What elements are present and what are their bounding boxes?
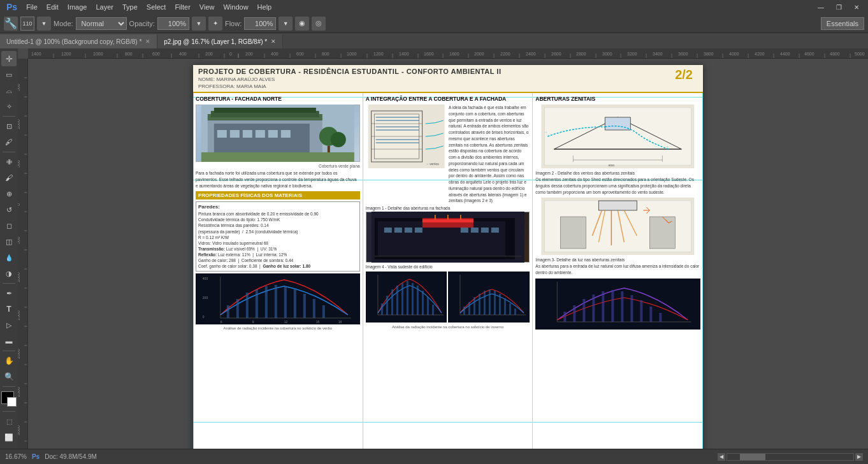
col2-chart-right bbox=[448, 272, 530, 323]
svg-rect-180 bbox=[468, 302, 470, 315]
doc-main-title: PROJETO DE COBERTURA - RESIDÊNCIA ESTUDA… bbox=[198, 68, 670, 75]
svg-rect-108 bbox=[281, 130, 291, 138]
scroll-bar[interactable] bbox=[727, 453, 854, 461]
svg-text:3800: 3800 bbox=[704, 52, 714, 56]
svg-text:6: 6 bbox=[221, 320, 222, 324]
tool-separator-3 bbox=[3, 283, 15, 284]
doc-name: NOME: MARINA ARAÚJO ALVES bbox=[198, 76, 670, 82]
menu-help[interactable]: Help bbox=[254, 2, 276, 12]
svg-text:500: 500 bbox=[18, 236, 20, 244]
svg-rect-224 bbox=[660, 313, 662, 322]
tool-text[interactable]: T bbox=[1, 301, 17, 317]
svg-text:2200: 2200 bbox=[500, 52, 510, 56]
scroll-right-btn[interactable]: ▶ bbox=[855, 453, 863, 461]
flow-input[interactable] bbox=[244, 17, 276, 30]
tool-lasso[interactable]: ⌓ bbox=[1, 83, 17, 98]
svg-rect-160 bbox=[491, 228, 498, 233]
opacity-input[interactable] bbox=[157, 17, 189, 30]
svg-rect-126 bbox=[322, 305, 325, 318]
tool-shape[interactable]: ▬ bbox=[1, 333, 17, 349]
svg-text:0: 0 bbox=[229, 52, 232, 56]
menu-bar: Ps File Edit Image Layer Type Select Fil… bbox=[0, 0, 868, 14]
svg-text:12: 12 bbox=[284, 320, 288, 324]
col3-body2: Os elementos zenitais do tipo Shed estão… bbox=[535, 177, 700, 195]
svg-rect-102 bbox=[214, 108, 316, 113]
tab-close-p2jpg[interactable]: ✕ bbox=[271, 38, 276, 45]
tool-healing[interactable]: ✙ bbox=[1, 154, 17, 170]
menu-type[interactable]: Type bbox=[119, 2, 141, 12]
menu-layer[interactable]: Layer bbox=[92, 2, 117, 12]
close-button[interactable]: ✕ bbox=[848, 0, 865, 14]
pressure-icon[interactable]: ◎ bbox=[312, 17, 326, 31]
tool-move[interactable]: ✛ bbox=[1, 51, 17, 66]
tool-marquee[interactable]: ▭ bbox=[1, 67, 17, 82]
menu-select[interactable]: Select bbox=[143, 2, 170, 12]
tool-brush[interactable]: 🖌 bbox=[1, 170, 17, 185]
menu-image[interactable]: Image bbox=[64, 2, 91, 12]
col3-title: ABERTURAS ZENITAIS bbox=[535, 96, 700, 102]
mode-dropdown[interactable]: Normal bbox=[76, 17, 127, 30]
tool-zoom[interactable]: 🔍 bbox=[1, 369, 17, 384]
col1-body-text: Para a fachada norte foi utilizada uma c… bbox=[196, 170, 360, 189]
tool-magic-wand[interactable]: ✧ bbox=[1, 99, 17, 114]
svg-rect-221 bbox=[631, 295, 633, 322]
svg-text:15: 15 bbox=[316, 320, 320, 324]
svg-text:400: 400 bbox=[179, 52, 187, 56]
svg-text:500: 500 bbox=[18, 83, 20, 91]
tool-blur[interactable]: 💧 bbox=[1, 250, 17, 265]
brush-picker-icon[interactable]: ▼ bbox=[37, 17, 51, 31]
tool-dodge[interactable]: ◑ bbox=[1, 266, 17, 281]
tool-pen[interactable]: ✒ bbox=[1, 286, 17, 301]
tool-history-brush[interactable]: ↺ bbox=[1, 202, 17, 217]
tool-eyedropper[interactable]: 🖋 bbox=[1, 134, 17, 150]
screen-mode-icon[interactable]: ⬜ bbox=[1, 430, 17, 445]
svg-text:2600: 2600 bbox=[551, 52, 561, 56]
opacity-dropdown-icon[interactable]: ▼ bbox=[192, 17, 206, 31]
canvas-area: 1400 1200 1000 800 600 400 200 0 200 400… bbox=[18, 48, 868, 449]
svg-rect-169 bbox=[401, 283, 403, 315]
smoothing-icon[interactable]: ◉ bbox=[295, 17, 309, 31]
svg-rect-174 bbox=[427, 297, 429, 315]
tool-eraser[interactable]: ◻ bbox=[1, 218, 17, 233]
col1-prop-section: Paredes: Pintura branca com absortividad… bbox=[196, 201, 360, 272]
menu-edit[interactable]: Edit bbox=[43, 2, 62, 12]
tool-path-selection[interactable]: ▷ bbox=[1, 317, 17, 333]
col1-img-caption: Cobertura verde plana bbox=[196, 164, 360, 168]
svg-rect-167 bbox=[391, 289, 393, 315]
svg-rect-218 bbox=[602, 291, 605, 322]
svg-rect-203 bbox=[599, 201, 637, 210]
menu-filter[interactable]: Filter bbox=[171, 2, 194, 12]
svg-rect-172 bbox=[417, 286, 419, 315]
foreground-color[interactable] bbox=[1, 391, 14, 404]
color-swatches[interactable] bbox=[1, 391, 17, 409]
essentials-button[interactable]: Essentials bbox=[821, 17, 864, 30]
menu-window[interactable]: Window bbox=[219, 2, 252, 12]
svg-rect-185 bbox=[494, 291, 496, 315]
svg-rect-179 bbox=[463, 307, 465, 315]
svg-text:1200: 1200 bbox=[61, 52, 71, 56]
flow-dropdown-icon[interactable]: ▼ bbox=[278, 17, 293, 31]
svg-text:3000: 3000 bbox=[602, 52, 612, 56]
menu-file[interactable]: File bbox=[22, 2, 41, 12]
tool-hand[interactable]: ✋ bbox=[1, 353, 17, 368]
quick-mask-icon[interactable]: ⬚ bbox=[1, 414, 17, 429]
tab-untitled[interactable]: Untitled-1 @ 100% (Background copy, RGB/… bbox=[0, 34, 157, 48]
scroll-left-btn[interactable]: ◀ bbox=[718, 453, 725, 461]
opacity-label: Opacity: bbox=[129, 20, 155, 27]
tool-crop[interactable]: ⊡ bbox=[1, 119, 17, 134]
doc-size: Doc: 49.8M/54.9M bbox=[45, 453, 97, 460]
col2-chart-left bbox=[366, 272, 447, 323]
tool-clone[interactable]: ⊕ bbox=[1, 186, 17, 201]
tab-close-untitled[interactable]: ✕ bbox=[145, 38, 150, 45]
tool-gradient[interactable]: ◫ bbox=[1, 234, 17, 249]
document-canvas[interactable]: PROJETO DE COBERTURA - RESIDÊNCIA ESTUDA… bbox=[193, 65, 703, 449]
minimize-button[interactable]: — bbox=[812, 0, 830, 14]
airbrush-icon[interactable]: ✦ bbox=[208, 17, 222, 31]
svg-rect-123 bbox=[294, 289, 296, 318]
scroll-thumb[interactable] bbox=[740, 454, 765, 460]
tab-p2jpg[interactable]: p2.jpg @ 16.7% (Layer 1, RGB/8#) * ✕ bbox=[157, 34, 283, 48]
svg-rect-117 bbox=[236, 299, 239, 318]
menu-view[interactable]: View bbox=[196, 2, 219, 12]
restore-button[interactable]: ❐ bbox=[830, 0, 848, 14]
svg-point-110 bbox=[331, 132, 346, 147]
